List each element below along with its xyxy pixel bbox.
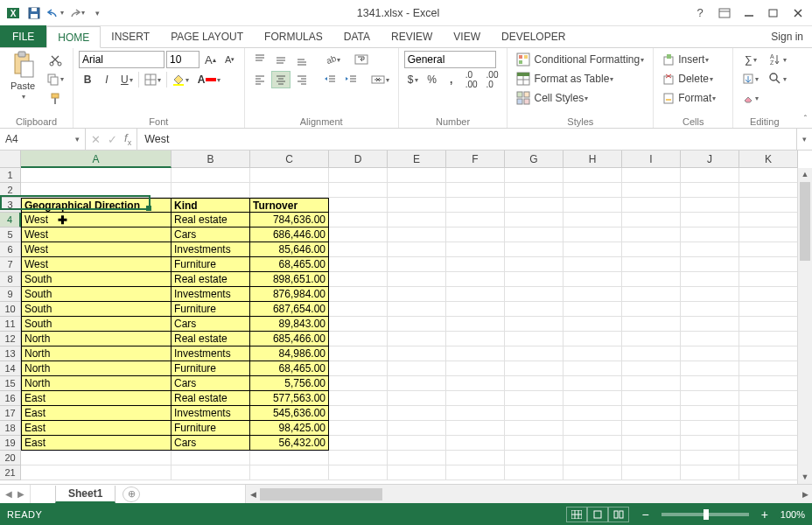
cell[interactable]: [329, 198, 388, 213]
cell[interactable]: [622, 257, 681, 272]
increase-decimal-button[interactable]: .0.00: [462, 71, 481, 88]
row-header[interactable]: 17: [0, 406, 21, 421]
cell[interactable]: 98,425.00: [250, 421, 329, 436]
cell[interactable]: East: [21, 436, 172, 451]
cell[interactable]: [739, 317, 798, 332]
cells-area[interactable]: Geographical DirectionKindTurnoverWestRe…: [21, 168, 798, 480]
cell[interactable]: Real estate: [172, 272, 250, 287]
cell[interactable]: [505, 257, 564, 272]
row-header[interactable]: 20: [0, 451, 21, 466]
cell[interactable]: [564, 332, 622, 346]
cell[interactable]: [388, 391, 446, 406]
cell[interactable]: [446, 272, 505, 287]
cell[interactable]: [21, 183, 172, 198]
cell[interactable]: [388, 302, 446, 317]
cell[interactable]: [739, 436, 798, 451]
cell[interactable]: [329, 391, 388, 406]
normal-view-button[interactable]: [566, 507, 587, 522]
cancel-formula-icon[interactable]: ✕: [91, 133, 101, 146]
tab-review[interactable]: REVIEW: [381, 25, 443, 47]
align-right-button[interactable]: [292, 71, 312, 88]
row-header[interactable]: 6: [0, 242, 21, 257]
cell[interactable]: [388, 317, 446, 332]
cell[interactable]: [250, 466, 329, 480]
align-left-button[interactable]: [250, 71, 270, 88]
cell[interactable]: 89,843.00: [250, 317, 329, 332]
cell[interactable]: [388, 361, 446, 376]
cell[interactable]: [505, 421, 564, 436]
row-header[interactable]: 18: [0, 421, 21, 436]
horizontal-scroll-thumb[interactable]: [260, 488, 382, 500]
column-header[interactable]: K: [739, 150, 798, 168]
cell[interactable]: [505, 198, 564, 213]
cell[interactable]: Furniture: [172, 302, 250, 317]
row-header[interactable]: 1: [0, 168, 21, 183]
column-header[interactable]: B: [172, 150, 250, 168]
row-header[interactable]: 7: [0, 257, 21, 272]
expand-formula-bar-icon[interactable]: ▾: [796, 129, 812, 150]
cell[interactable]: [250, 183, 329, 198]
align-center-button[interactable]: [271, 71, 290, 88]
cell[interactable]: [329, 272, 388, 287]
cell[interactable]: [564, 436, 622, 451]
cell[interactable]: [739, 228, 798, 242]
zoom-out-button[interactable]: −: [638, 508, 652, 522]
autosum-button[interactable]: ∑▾: [738, 51, 762, 68]
row-header[interactable]: 19: [0, 436, 21, 451]
minimize-icon[interactable]: [738, 4, 760, 22]
cell[interactable]: [739, 213, 798, 228]
cell[interactable]: [564, 421, 622, 436]
tab-data[interactable]: DATA: [333, 25, 381, 47]
cell[interactable]: [329, 421, 388, 436]
cell[interactable]: West: [21, 228, 172, 242]
cell[interactable]: [564, 183, 622, 198]
conditional-formatting-button[interactable]: Conditional Formatting▾: [513, 51, 648, 68]
cell[interactable]: [622, 466, 681, 480]
cell[interactable]: [681, 257, 739, 272]
cell-styles-button[interactable]: Cell Styles▾: [513, 89, 648, 107]
cell[interactable]: [681, 421, 739, 436]
cell[interactable]: [329, 257, 388, 272]
sign-in-link[interactable]: Sign in: [762, 25, 812, 47]
cell[interactable]: [21, 168, 172, 183]
add-sheet-button[interactable]: ⊕: [122, 486, 140, 502]
cell[interactable]: [388, 376, 446, 391]
cell[interactable]: [250, 451, 329, 466]
cell[interactable]: Investments: [172, 346, 250, 361]
cell[interactable]: [505, 361, 564, 376]
cell[interactable]: [388, 272, 446, 287]
sheet-tab-sheet1[interactable]: Sheet1: [55, 486, 116, 503]
italic-button[interactable]: I: [98, 71, 116, 88]
format-painter-button[interactable]: [43, 89, 67, 107]
underline-button[interactable]: U▾: [117, 71, 136, 88]
clear-button[interactable]: ▾: [738, 89, 762, 107]
cell[interactable]: [388, 213, 446, 228]
cell[interactable]: [388, 287, 446, 302]
cell[interactable]: [505, 466, 564, 480]
cell[interactable]: [622, 213, 681, 228]
cell[interactable]: [622, 421, 681, 436]
format-as-table-button[interactable]: Format as Table▾: [513, 70, 648, 88]
decrease-decimal-button[interactable]: .00.0: [483, 71, 502, 88]
cell[interactable]: [564, 376, 622, 391]
scroll-down-icon[interactable]: ▼: [798, 471, 812, 484]
cell[interactable]: [446, 332, 505, 346]
cell[interactable]: [505, 228, 564, 242]
cell[interactable]: [622, 406, 681, 421]
cell[interactable]: [329, 466, 388, 480]
cell[interactable]: [622, 168, 681, 183]
row-header[interactable]: 13: [0, 346, 21, 361]
cell[interactable]: [505, 287, 564, 302]
cell[interactable]: [329, 168, 388, 183]
cell[interactable]: [681, 406, 739, 421]
cell[interactable]: [564, 242, 622, 257]
cell[interactable]: South: [21, 272, 172, 287]
row-header[interactable]: 5: [0, 228, 21, 242]
cell[interactable]: [681, 213, 739, 228]
align-bottom-button[interactable]: [292, 51, 312, 68]
cell[interactable]: Cars: [172, 317, 250, 332]
cell[interactable]: Real estate: [172, 213, 250, 228]
cell[interactable]: [446, 346, 505, 361]
cell[interactable]: [505, 436, 564, 451]
cell[interactable]: [505, 317, 564, 332]
